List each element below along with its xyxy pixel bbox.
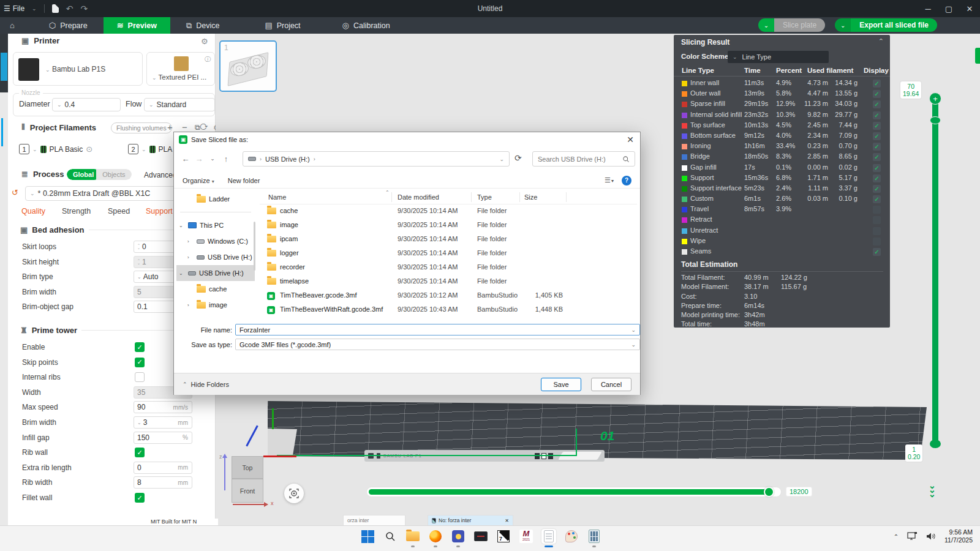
- process-tab-strength[interactable]: Strength: [62, 207, 91, 216]
- hide-folders-button[interactable]: ⌃ Hide Folders: [183, 381, 229, 388]
- save-button[interactable]: Save: [541, 378, 581, 391]
- maximize-button[interactable]: ▢: [938, 4, 959, 13]
- max-speed-input[interactable]: 90mm/s: [134, 401, 192, 413]
- printer-name-dropdown[interactable]: ⌄ Bambu Lab P1S: [45, 65, 105, 73]
- process-tab-speed[interactable]: Speed: [108, 207, 130, 216]
- tree-chevron-icon[interactable]: ⌄: [179, 271, 185, 276]
- background-tab[interactable]: orza inter: [343, 515, 405, 525]
- search-button[interactable]: [383, 529, 398, 544]
- breadcrumb[interactable]: USB Drive (H:): [265, 156, 310, 163]
- undo-button[interactable]: ↶: [62, 0, 77, 17]
- tray-chevron-up-icon[interactable]: ⌃: [894, 533, 899, 540]
- tree-item-usb-drive-h[interactable]: ›USB Drive (H:): [176, 249, 255, 265]
- layers-view-icon[interactable]: ⌄⌄⌄: [929, 484, 936, 497]
- skip-points-checkbox[interactable]: ✓: [135, 358, 145, 367]
- new-folder-button[interactable]: New folder: [228, 177, 260, 184]
- reset-preset-icon[interactable]: ↺: [12, 188, 18, 197]
- display-checkbox[interactable]: ✓: [873, 195, 881, 203]
- collapsed-panel-tab[interactable]: [975, 48, 980, 64]
- paint-icon[interactable]: [564, 529, 579, 544]
- edge-active-indicator[interactable]: [1, 53, 7, 81]
- calculator-icon[interactable]: [587, 529, 601, 544]
- display-checkbox[interactable]: [873, 216, 881, 224]
- process-tab-support[interactable]: Support: [146, 207, 173, 216]
- step-slider[interactable]: [366, 487, 782, 497]
- tree-chevron-icon[interactable]: ›: [187, 255, 194, 260]
- info-icon[interactable]: ⓘ: [205, 55, 211, 64]
- display-checkbox[interactable]: ✓: [873, 143, 881, 151]
- file-explorer-icon[interactable]: [405, 529, 420, 544]
- color-scheme-dropdown[interactable]: ⌄ Line Type: [728, 51, 829, 63]
- nozzle-diameter-dropdown[interactable]: ⌄0.4: [52, 98, 121, 111]
- rib-wall-checkbox[interactable]: ✓: [135, 448, 145, 457]
- display-checkbox[interactable]: [873, 238, 881, 246]
- file-menu-chevron-icon[interactable]: ⌄: [32, 6, 37, 12]
- layer-slider-range-handle[interactable]: [930, 116, 941, 124]
- rib-width-input[interactable]: 8mm: [134, 476, 192, 489]
- slice-plate-button[interactable]: ⌄ Slice plate: [758, 18, 825, 32]
- camera-orbit-button[interactable]: [284, 484, 304, 503]
- background-tab-active[interactable]: No: forza inter ✕: [428, 515, 513, 525]
- layer-slider-top-handle[interactable]: +: [929, 92, 941, 105]
- add-filament-button[interactable]: +: [167, 122, 173, 132]
- file-name-dropdown-icon[interactable]: ⌄: [631, 327, 636, 333]
- dialog-titlebar[interactable]: ▣ Save Sliced file as:: [174, 132, 640, 147]
- address-dropdown-icon[interactable]: ⌄: [499, 156, 504, 162]
- firefox-icon[interactable]: [428, 529, 443, 544]
- ams-sync-icon[interactable]: ⧉⟳: [195, 123, 208, 132]
- file-row-recorder[interactable]: recorder 9/30/2025 10:14 AM File folder: [260, 261, 637, 275]
- plate-thumbnail-card[interactable]: 1: [219, 40, 277, 92]
- help-icon[interactable]: ?: [622, 176, 631, 186]
- display-checkbox[interactable]: [873, 206, 881, 214]
- dialog-close-button[interactable]: ✕: [627, 135, 634, 144]
- slice-dropdown-icon[interactable]: ⌄: [758, 18, 774, 32]
- cube-face-front[interactable]: Front: [232, 479, 263, 503]
- filament-chip-1[interactable]: 1 ⌄ PLA Basic⊙: [19, 144, 92, 154]
- display-checkbox[interactable]: ✓: [873, 174, 881, 182]
- file-row-ipcam[interactable]: ipcam 9/30/2025 10:14 AM File folder: [260, 233, 637, 247]
- start-button[interactable]: [360, 529, 375, 544]
- extra-rib-length-input[interactable]: 0mm: [134, 462, 192, 474]
- process-tab-quality[interactable]: Quality: [21, 207, 45, 216]
- display-checkbox[interactable]: ✓: [873, 111, 881, 119]
- chevron-down-icon[interactable]: ⌄: [141, 146, 146, 152]
- tab-calibration[interactable]: ◎Calibration: [329, 17, 404, 34]
- file-menu[interactable]: ☰ File: [0, 0, 28, 17]
- file-name-input[interactable]: ForzaInter⌄: [235, 324, 640, 335]
- layer-slider[interactable]: +: [932, 98, 938, 444]
- file-row-timthebeaver-gcode-3mf[interactable]: ▣TimTheBeaver.gcode.3mf 9/30/2025 10:12 …: [260, 289, 637, 303]
- redo-button[interactable]: ↷: [77, 0, 91, 17]
- tab-project[interactable]: ▤Project: [251, 17, 314, 34]
- tree-item-windows-c[interactable]: ›Windows (C:): [176, 233, 255, 249]
- tree-chevron-icon[interactable]: ›: [187, 302, 194, 308]
- network-icon[interactable]: [907, 532, 918, 541]
- tab-prepare[interactable]: ⬡Prepare: [36, 17, 101, 34]
- save-type-dropdown-icon[interactable]: ⌄: [631, 342, 636, 348]
- brim-width-input[interactable]: ⌄3mm: [134, 416, 192, 429]
- tree-item-this-pc[interactable]: ⌄This PC: [176, 217, 255, 233]
- infill-gap-input[interactable]: 150%: [134, 432, 192, 444]
- address-bar[interactable]: › USB Drive (H:) › ⌄: [243, 151, 510, 167]
- display-checkbox[interactable]: [873, 227, 881, 235]
- layer-slider-bottom-handle[interactable]: [930, 440, 941, 448]
- tree-item-cache[interactable]: cache: [176, 281, 255, 297]
- chevron-down-icon[interactable]: ⌄: [32, 146, 37, 152]
- display-checkbox[interactable]: ✓: [873, 185, 881, 193]
- enable-checkbox[interactable]: ✓: [135, 342, 145, 352]
- cube-face-top[interactable]: Top: [232, 456, 263, 479]
- search-input[interactable]: Search USB Drive (H:): [532, 151, 635, 167]
- close-button[interactable]: ✕: [959, 4, 980, 13]
- step-slider-handle[interactable]: [764, 487, 774, 497]
- back-button[interactable]: ←: [179, 154, 192, 163]
- tab-device[interactable]: ⧉Device: [173, 17, 233, 34]
- view-mode-button[interactable]: ☰ ▾: [605, 176, 613, 184]
- export-dropdown-icon[interactable]: ⌄: [835, 18, 851, 32]
- file-list-header[interactable]: ⌃ Name Date modified Type Size: [260, 191, 637, 204]
- process-scope-toggle[interactable]: GlobalObjects: [67, 169, 132, 180]
- tree-chevron-icon[interactable]: ›: [187, 239, 194, 244]
- save-type-dropdown[interactable]: Gcode 3MF files (*.gcode.3mf)⌄: [235, 339, 640, 350]
- plate-select-card[interactable]: ⓘ ⌄ Textured PEI ...: [146, 52, 215, 86]
- recent-locations-chevron-icon[interactable]: ⌄: [206, 156, 219, 162]
- file-row-logger[interactable]: logger 9/30/2025 10:14 AM File folder: [260, 247, 637, 261]
- printer-settings-gear-icon[interactable]: ⚙: [201, 37, 208, 46]
